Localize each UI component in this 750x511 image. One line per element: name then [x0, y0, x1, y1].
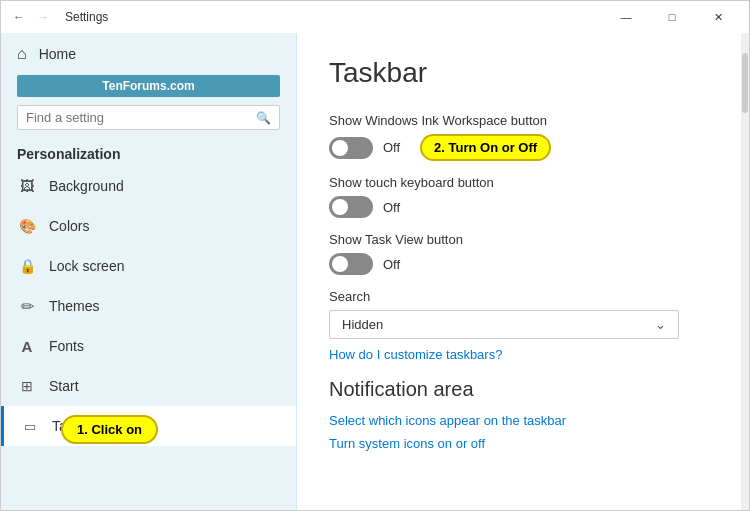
notification-title: Notification area	[329, 378, 717, 401]
search-value: Hidden	[342, 317, 383, 332]
sidebar-item-themes[interactable]: ✏ Themes	[1, 286, 296, 326]
task-view-toggle[interactable]	[329, 253, 373, 275]
sidebar-section-title: Personalization	[1, 138, 296, 166]
window-title: Settings	[65, 10, 108, 24]
sidebar-label-themes: Themes	[49, 298, 100, 314]
content-area: Taskbar Show Windows Ink Workspace butto…	[297, 33, 749, 510]
sidebar-label-fonts: Fonts	[49, 338, 84, 354]
taskbar-icon: ▭	[20, 416, 40, 436]
forward-button[interactable]: →	[33, 7, 53, 27]
task-view-knob	[332, 256, 348, 272]
sidebar-label-background: Background	[49, 178, 124, 194]
annotation-turn-on-off: 2. Turn On or Off	[420, 134, 551, 161]
minimize-button[interactable]: —	[603, 1, 649, 33]
back-button[interactable]: ←	[9, 7, 29, 27]
task-view-toggle-row: Off	[329, 253, 717, 275]
windows-ink-knob	[332, 140, 348, 156]
lock-icon: 🔒	[17, 256, 37, 276]
scrollbar[interactable]	[741, 33, 749, 510]
watermark: TenForums.com	[17, 75, 280, 97]
chevron-down-icon: ⌄	[655, 317, 666, 332]
sidebar-item-home[interactable]: ⌂ Home	[1, 33, 296, 75]
background-icon: 🖼	[17, 176, 37, 196]
sidebar-item-background[interactable]: 🖼 Background	[1, 166, 296, 206]
windows-ink-state: Off	[383, 140, 400, 155]
sidebar-item-fonts[interactable]: A Fonts	[1, 326, 296, 366]
colors-icon: 🎨	[17, 216, 37, 236]
touch-keyboard-knob	[332, 199, 348, 215]
notification-icons-link[interactable]: Select which icons appear on the taskbar	[329, 413, 717, 428]
fonts-icon: A	[17, 336, 37, 356]
system-icons-link[interactable]: Turn system icons on or off	[329, 436, 717, 451]
main-area: ⌂ Home TenForums.com 🔍 Personalization 🖼…	[1, 33, 749, 510]
sidebar-item-start[interactable]: ⊞ Start	[1, 366, 296, 406]
titlebar-left: ← → Settings	[9, 7, 108, 27]
task-view-label: Show Task View button	[329, 232, 717, 247]
titlebar-nav: ← →	[9, 7, 53, 27]
windows-ink-toggle[interactable]	[329, 137, 373, 159]
sidebar-label-colors: Colors	[49, 218, 89, 234]
touch-keyboard-label: Show touch keyboard button	[329, 175, 717, 190]
home-label: Home	[39, 46, 76, 62]
sidebar-label-start: Start	[49, 378, 79, 394]
page-title: Taskbar	[329, 57, 717, 89]
search-input[interactable]	[26, 110, 256, 125]
windows-ink-toggle-row: Off 2. Turn On or Off	[329, 134, 717, 161]
annotation-click-on: 1. Click on	[61, 415, 158, 444]
titlebar-controls: — □ ✕	[603, 1, 741, 33]
themes-icon: ✏	[17, 296, 37, 316]
windows-ink-label: Show Windows Ink Workspace button	[329, 113, 717, 128]
customize-taskbars-link[interactable]: How do I customize taskbars?	[329, 347, 717, 362]
search-section-label: Search	[329, 289, 717, 304]
settings-window: ← → Settings — □ ✕ ⌂ Home TenForums.com …	[0, 0, 750, 511]
home-icon: ⌂	[17, 45, 27, 63]
sidebar-taskbar-wrapper: ▭ Taskbar 1. Click on	[1, 406, 296, 446]
maximize-button[interactable]: □	[649, 1, 695, 33]
sidebar-item-colors[interactable]: 🎨 Colors	[1, 206, 296, 246]
titlebar: ← → Settings — □ ✕	[1, 1, 749, 33]
touch-keyboard-toggle-row: Off	[329, 196, 717, 218]
sidebar-label-lock-screen: Lock screen	[49, 258, 124, 274]
search-bar[interactable]: 🔍	[17, 105, 280, 130]
sidebar: ⌂ Home TenForums.com 🔍 Personalization 🖼…	[1, 33, 297, 510]
scrollbar-thumb[interactable]	[742, 53, 748, 113]
touch-keyboard-toggle[interactable]	[329, 196, 373, 218]
sidebar-item-lock-screen[interactable]: 🔒 Lock screen	[1, 246, 296, 286]
search-icon: 🔍	[256, 111, 271, 125]
touch-keyboard-state: Off	[383, 200, 400, 215]
close-button[interactable]: ✕	[695, 1, 741, 33]
start-icon: ⊞	[17, 376, 37, 396]
search-dropdown[interactable]: Hidden ⌄	[329, 310, 679, 339]
task-view-state: Off	[383, 257, 400, 272]
